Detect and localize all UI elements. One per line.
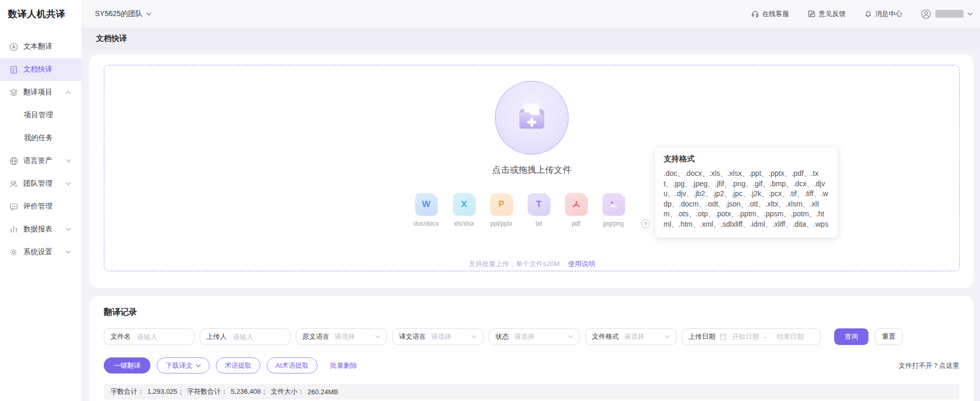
uploader-filter[interactable]: 上传人 (200, 328, 291, 345)
sidebar-item-my-tasks[interactable]: 我的任务 (0, 127, 81, 149)
records-title: 翻译记录 (104, 307, 959, 318)
sidebar-item-review-management[interactable]: 评价管理 (0, 195, 81, 218)
chevron-down-icon (66, 159, 71, 162)
ai-term-extract-button[interactable]: AI术语提取 (267, 357, 318, 374)
download-translation-button[interactable]: 下载译文 (157, 357, 210, 374)
upload-folder-icon (513, 99, 551, 137)
file-size-label: 文件大小： (271, 387, 305, 396)
sidebar-item-system-settings[interactable]: 系统设置 (0, 241, 81, 264)
text-translate-icon (9, 43, 18, 51)
user-name-redacted (935, 10, 963, 18)
chevron-down-icon (196, 364, 201, 367)
upload-hint-row: 支持批量上传，单个文件≤20M 使用说明 (468, 259, 595, 269)
sidebar-item-project-management[interactable]: 项目管理 (0, 104, 81, 127)
main-area: SY5625的团队 在线客服 意见反馈 消息中心 (81, 0, 980, 401)
query-button[interactable]: 查询 (834, 328, 868, 345)
sidebar-item-label: 项目管理 (24, 110, 53, 120)
doc-translate-icon (9, 65, 18, 74)
file-format-filter[interactable]: 文件格式 请选择 (585, 328, 677, 345)
sidebar-item-text-translate[interactable]: 文本翻译 (0, 35, 81, 58)
ppt-file-icon: P (490, 193, 513, 216)
word-count-label: 字数合计： (111, 387, 144, 396)
topbar-right: 在线客服 意见反馈 消息中心 (751, 9, 973, 19)
sidebar-item-label: 我的任务 (24, 133, 53, 143)
sidebar-item-projects[interactable]: 翻译项目 (0, 81, 81, 104)
uploader-input[interactable] (232, 333, 284, 341)
sidebar-item-data-reports[interactable]: 数据报表 (0, 218, 81, 241)
sidebar-nav: 文本翻译 文档快译 翻译项目 项目管理 我 (0, 27, 81, 264)
review-icon (9, 202, 18, 211)
globe-icon (9, 157, 18, 165)
upload-date-filter[interactable]: 上传日期 开始日期 - 结束日期 (682, 328, 821, 345)
team-selector[interactable]: SY5625的团队 (95, 9, 151, 19)
chevron-up-icon (66, 91, 71, 94)
sidebar-item-label: 评价管理 (23, 202, 52, 211)
file-open-help-link[interactable]: 文件打不开？点这里 (899, 361, 959, 370)
filename-filter[interactable]: 文件名 (104, 328, 195, 345)
sidebar-item-language-assets[interactable]: 语言资产 (0, 149, 81, 172)
user-menu[interactable] (921, 9, 973, 19)
source-language-filter[interactable]: 原文语言 请选择 (296, 328, 387, 345)
filter-row: 文件名 上传人 原文语言 请选择 译文语言 请选择 (104, 328, 959, 345)
format-help-icon[interactable]: ? (641, 219, 650, 228)
projects-icon (9, 88, 18, 97)
report-icon (9, 225, 18, 234)
term-extract-button[interactable]: 术语提取 (216, 357, 260, 374)
feedback-icon (808, 10, 816, 18)
image-file-icon (602, 193, 625, 216)
stats-bar: 字数合计： 1,293,025； 字符数合计： 5,236,408； 文件大小：… (104, 384, 959, 399)
char-count-value: 5,236,408； (231, 387, 268, 396)
sidebar: 数译人机共译 文本翻译 文档快译 翻译项目 (0, 0, 81, 401)
file-size-value: 260.24MB (308, 388, 338, 396)
file-type-row: W doc/docx X xls/xlsx P ppt/pptx T (413, 193, 650, 227)
tooltip-title: 支持格式 (664, 154, 830, 164)
status-filter[interactable]: 状态 请选择 (489, 328, 580, 345)
upload-title: 点击或拖拽上传文件 (492, 164, 572, 176)
online-support-label: 在线客服 (762, 9, 789, 19)
upload-button[interactable] (495, 81, 569, 155)
usage-guide-link[interactable]: 使用说明 (568, 259, 595, 269)
top-bar: SY5625的团队 在线客服 意见反馈 消息中心 (81, 0, 980, 27)
sidebar-item-label: 翻译项目 (23, 88, 52, 97)
headset-icon (751, 10, 759, 18)
calendar-icon (720, 333, 727, 340)
start-date-placeholder[interactable]: 开始日期 (732, 332, 759, 341)
team-icon (9, 179, 18, 188)
batch-delete-button[interactable]: 批量删除 (327, 361, 360, 371)
translate-button[interactable]: 一键翻译 (104, 357, 150, 374)
message-center-link[interactable]: 消息中心 (864, 9, 902, 19)
filename-input[interactable] (136, 333, 188, 341)
pdf-file-icon (565, 193, 588, 216)
app-logo: 数译人机共译 (0, 0, 81, 27)
word-file-icon: W (415, 193, 438, 216)
chevron-down-icon (66, 228, 71, 231)
feedback-label: 意见反馈 (819, 9, 846, 19)
sidebar-item-label: 文档快译 (23, 65, 52, 74)
file-type-txt: T txt (527, 193, 551, 227)
sidebar-item-label: 语言资产 (23, 156, 52, 165)
file-type-img: jpg/png (602, 193, 626, 227)
word-count-value: 1,293,025； (147, 387, 184, 396)
target-language-filter[interactable]: 译文语言 请选择 (392, 328, 484, 345)
sidebar-item-label: 数据报表 (23, 225, 52, 234)
settings-icon (9, 248, 18, 257)
feedback-link[interactable]: 意见反馈 (808, 9, 846, 19)
reset-button[interactable]: 重置 (875, 328, 903, 345)
end-date-placeholder[interactable]: 结束日期 (777, 332, 804, 341)
sidebar-item-label: 系统设置 (23, 247, 52, 257)
sidebar-item-team-management[interactable]: 团队管理 (0, 172, 81, 195)
file-type-pdf: pdf (564, 193, 588, 227)
chevron-down-icon (375, 335, 380, 338)
chevron-down-icon (568, 335, 573, 338)
team-name: SY5625的团队 (95, 9, 143, 19)
sidebar-item-label: 文本翻译 (23, 42, 52, 51)
char-count-label: 字符数合计： (187, 387, 228, 396)
records-card: 翻译记录 文件名 上传人 原文语言 请选择 (89, 296, 974, 401)
chevron-down-icon (472, 335, 477, 338)
page-title: 文档快译 (96, 34, 127, 44)
supported-formats-tooltip: 支持格式 .doc、.docx、.xls、.xlsx、.ppt、.pptx、.p… (655, 147, 838, 238)
sidebar-item-doc-translate[interactable]: 文档快译 (0, 58, 81, 81)
online-support-link[interactable]: 在线客服 (751, 9, 789, 19)
avatar-icon (921, 9, 931, 19)
upload-card: 点击或拖拽上传文件 W doc/docx X xls/xlsx P ppt/p (89, 54, 974, 288)
